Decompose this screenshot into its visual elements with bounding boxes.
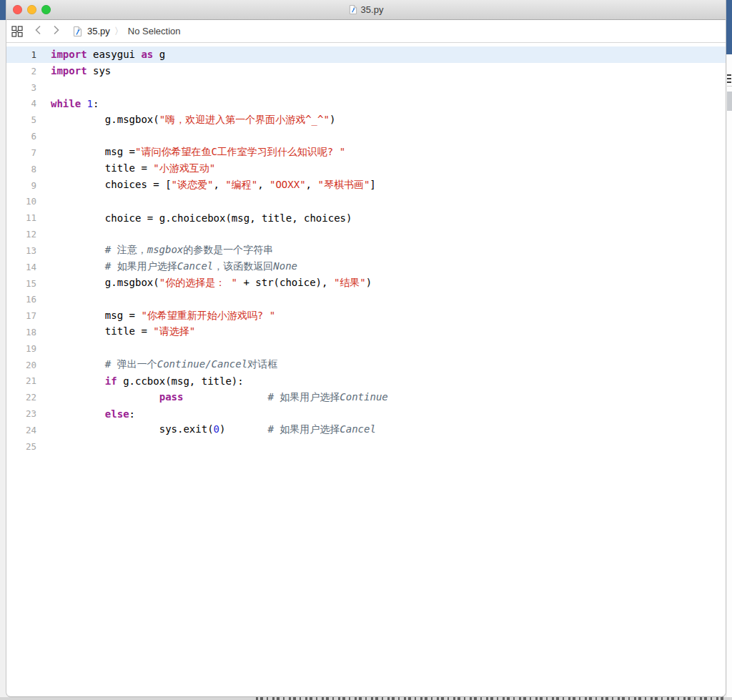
code-text: else: xyxy=(45,408,135,420)
code-line[interactable]: 6 xyxy=(6,128,726,144)
line-number[interactable]: 23 xyxy=(6,408,45,419)
code-line[interactable]: 15 g.msgbox("你的选择是： " + str(choice), "结果… xyxy=(6,275,726,292)
xcode-window: 35.py xyxy=(6,0,726,697)
desktop-background-top-right xyxy=(726,0,732,54)
python-file-icon xyxy=(349,4,357,15)
code-line[interactable]: 13 # 注意，msgbox的参数是一个字符串 xyxy=(6,242,726,259)
line-number[interactable]: 6 xyxy=(6,131,45,142)
breadcrumb-selection[interactable]: No Selection xyxy=(128,26,181,36)
code-line[interactable]: 19 xyxy=(6,340,726,357)
line-number[interactable]: 15 xyxy=(6,278,45,289)
code-text: # 注意，msgbox的参数是一个字符串 xyxy=(45,244,273,257)
line-number[interactable]: 22 xyxy=(6,392,45,403)
code-text: import sys xyxy=(45,65,111,77)
background-window-toolbar-fragment xyxy=(727,92,732,111)
line-number[interactable]: 16 xyxy=(6,294,45,305)
code-text: choices = ["谈恋爱", "编程", "OOXX", "琴棋书画"] xyxy=(45,179,376,192)
code-editor[interactable]: 1import easygui as g2import sys34while 1… xyxy=(6,43,726,455)
line-number[interactable]: 9 xyxy=(6,180,45,191)
code-line[interactable]: 7 msg ="请问你希望在鱼C工作室学习到什么知识呢? " xyxy=(6,144,726,161)
code-text: g.msgbox("你的选择是： " + str(choice), "结果") xyxy=(45,277,372,290)
window-title-group: 35.py xyxy=(6,0,726,19)
title-bar[interactable]: 35.py xyxy=(6,0,726,20)
code-line[interactable]: 21 if g.ccbox(msg, title): xyxy=(6,373,726,390)
line-number[interactable]: 11 xyxy=(6,212,45,223)
code-line[interactable]: 1import easygui as g xyxy=(6,46,726,63)
code-line[interactable]: 17 msg = "你希望重新开始小游戏吗? " xyxy=(6,307,726,324)
code-text: while 1: xyxy=(45,98,99,109)
line-number[interactable]: 8 xyxy=(6,164,45,174)
code-line[interactable]: 9 choices = ["谈恋爱", "编程", "OOXX", "琴棋书画"… xyxy=(6,177,726,194)
jump-bar: 35.py 〉 No Selection xyxy=(6,20,726,43)
related-items-icon[interactable] xyxy=(11,26,23,37)
code-text: msg = "你希望重新开始小游戏吗? " xyxy=(45,310,275,322)
code-line[interactable]: 11 choice = g.choicebox(msg, title, choi… xyxy=(6,209,726,226)
line-number[interactable]: 5 xyxy=(6,114,45,125)
line-number[interactable]: 25 xyxy=(6,441,45,452)
code-line[interactable]: 4while 1: xyxy=(6,95,726,112)
line-number[interactable]: 24 xyxy=(6,425,45,435)
code-line[interactable]: 2import sys xyxy=(6,63,726,79)
code-line[interactable]: 5 g.msgbox("嗨，欢迎进入第一个界面小游戏^_^") xyxy=(6,112,726,128)
line-number[interactable]: 3 xyxy=(6,82,45,93)
code-text: title = "小游戏互动" xyxy=(45,162,215,175)
zoom-button[interactable] xyxy=(41,5,51,14)
code-line[interactable]: 18 title = "请选择" xyxy=(6,324,726,340)
line-number[interactable]: 12 xyxy=(6,229,45,240)
code-line[interactable]: 3 xyxy=(6,79,726,96)
code-text: # 弹出一个Continue/Cancel对话框 xyxy=(45,358,277,371)
line-number[interactable]: 21 xyxy=(6,375,45,386)
code-text: title = "请选择" xyxy=(45,325,195,338)
breadcrumb-file-name[interactable]: 35.py xyxy=(87,26,110,36)
code-line[interactable]: 8 title = "小游戏互动" xyxy=(6,161,726,177)
forward-chevron-icon[interactable] xyxy=(53,25,60,37)
line-number[interactable]: 13 xyxy=(6,245,45,256)
background-window-divider xyxy=(727,86,732,87)
line-number[interactable]: 4 xyxy=(6,98,45,109)
code-line[interactable]: 25 xyxy=(6,438,726,455)
line-number[interactable]: 20 xyxy=(6,360,45,370)
code-text: import easygui as g xyxy=(45,49,165,60)
line-number[interactable]: 17 xyxy=(6,310,45,321)
background-window-sliver xyxy=(727,54,732,697)
line-number[interactable]: 14 xyxy=(6,262,45,272)
code-line[interactable]: 24 sys.exit(0) # 如果用户选择Cancel xyxy=(6,422,726,438)
minimize-button[interactable] xyxy=(27,5,36,14)
line-number[interactable]: 2 xyxy=(6,66,45,77)
traffic-lights xyxy=(13,5,51,14)
code-text: # 如果用户选择Cancel，该函数返回None xyxy=(45,260,297,273)
line-number[interactable]: 18 xyxy=(6,327,45,337)
code-text: g.msgbox("嗨，欢迎进入第一个界面小游戏^_^") xyxy=(45,114,335,127)
code-text: sys.exit(0) # 如果用户选择Cancel xyxy=(45,423,376,436)
code-line[interactable]: 20 # 弹出一个Continue/Cancel对话框 xyxy=(6,357,726,373)
code-line[interactable]: 23 else: xyxy=(6,405,726,422)
code-text: msg ="请问你希望在鱼C工作室学习到什么知识呢? " xyxy=(45,146,345,159)
code-line[interactable]: 22 pass # 如果用户选择Continue xyxy=(6,389,726,405)
line-number[interactable]: 7 xyxy=(6,147,45,158)
back-chevron-icon[interactable] xyxy=(34,25,41,37)
code-line[interactable]: 12 xyxy=(6,226,726,242)
breadcrumb-separator: 〉 xyxy=(114,25,124,38)
code-line[interactable]: 14 # 如果用户选择Cancel，该函数返回None xyxy=(6,259,726,275)
line-number[interactable]: 10 xyxy=(6,196,45,207)
code-text: pass # 如果用户选择Continue xyxy=(45,391,388,404)
code-line[interactable]: 16 xyxy=(6,291,726,307)
python-file-icon xyxy=(73,26,82,37)
code-text: if g.ccbox(msg, title): xyxy=(45,375,244,387)
window-title: 35.py xyxy=(361,4,384,15)
close-button[interactable] xyxy=(13,5,22,14)
background-window-text-fragment xyxy=(727,73,731,83)
code-line[interactable]: 10 xyxy=(6,193,726,209)
code-text: choice = g.choicebox(msg, title, choices… xyxy=(45,212,352,224)
line-number[interactable]: 19 xyxy=(6,343,45,354)
line-number[interactable]: 1 xyxy=(6,49,45,60)
